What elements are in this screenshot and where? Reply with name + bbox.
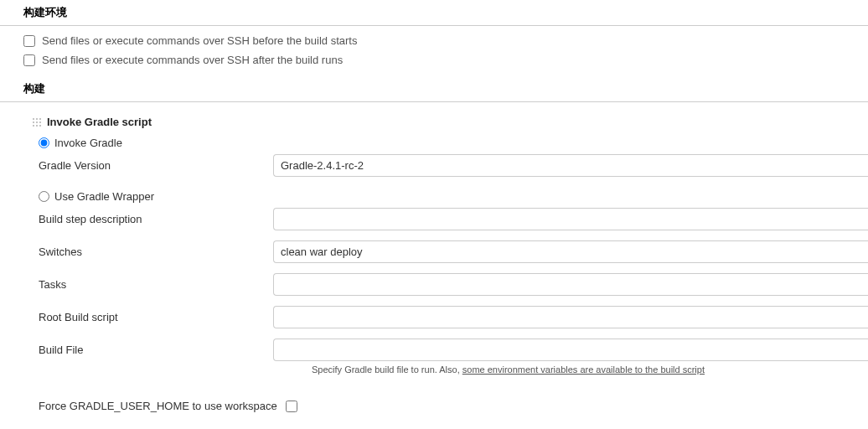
ssh-before-label: Send files or execute commands over SSH … <box>42 34 357 47</box>
force-gradle-home-label: Force GRADLE_USER_HOME to use workspace <box>39 400 277 412</box>
build-file-help: Specify Gradle build file to run. Also, … <box>312 364 868 375</box>
build-file-row: Build File <box>32 339 868 361</box>
tasks-label: Tasks <box>32 278 273 291</box>
build-file-help-prefix: Specify Gradle build file to run. Also, <box>312 364 462 375</box>
section-header-build-env: 构建环境 <box>0 0 868 26</box>
root-build-script-row: Root Build script <box>32 306 868 328</box>
gradle-version-input[interactable] <box>273 154 868 177</box>
tasks-input[interactable] <box>273 273 868 296</box>
build-step-block: Invoke Gradle script Invoke Gradle Gradl… <box>0 107 868 391</box>
invoke-gradle-radio-label: Invoke Gradle <box>54 137 122 149</box>
build-step-desc-row: Build step description <box>32 208 868 230</box>
force-gradle-home-row: Force GRADLE_USER_HOME to use workspace <box>0 400 868 412</box>
root-build-script-input[interactable] <box>273 306 868 328</box>
build-step-desc-input[interactable] <box>273 208 868 230</box>
build-step-desc-label: Build step description <box>32 213 273 225</box>
ssh-after-row: Send files or execute commands over SSH … <box>0 50 868 70</box>
gradle-version-label: Gradle Version <box>32 159 273 172</box>
ssh-after-checkbox[interactable] <box>23 54 35 66</box>
use-wrapper-radio-row: Use Gradle Wrapper <box>32 190 868 203</box>
use-wrapper-radio[interactable] <box>39 191 49 202</box>
build-file-help-link[interactable]: some environment variables are available… <box>462 364 705 375</box>
build-file-label: Build File <box>32 344 273 356</box>
build-step-title: Invoke Gradle script <box>47 116 152 128</box>
section-header-build: 构建 <box>0 76 868 102</box>
use-wrapper-radio-label: Use Gradle Wrapper <box>54 190 154 203</box>
invoke-gradle-radio[interactable] <box>39 137 49 148</box>
force-gradle-home-checkbox[interactable] <box>286 401 297 412</box>
tasks-row: Tasks <box>32 273 868 296</box>
switches-label: Switches <box>32 246 273 258</box>
build-step-title-row: Invoke Gradle script <box>32 116 868 128</box>
invoke-gradle-radio-row: Invoke Gradle <box>32 137 868 149</box>
ssh-before-checkbox[interactable] <box>23 35 35 47</box>
ssh-before-row: Send files or execute commands over SSH … <box>0 31 868 50</box>
gradle-version-row: Gradle Version <box>32 154 868 177</box>
switches-row: Switches <box>32 240 868 263</box>
build-file-input[interactable] <box>273 339 868 361</box>
root-build-script-label: Root Build script <box>32 311 273 323</box>
drag-handle-icon[interactable] <box>32 117 42 127</box>
switches-input[interactable] <box>273 240 868 263</box>
ssh-after-label: Send files or execute commands over SSH … <box>42 54 343 66</box>
